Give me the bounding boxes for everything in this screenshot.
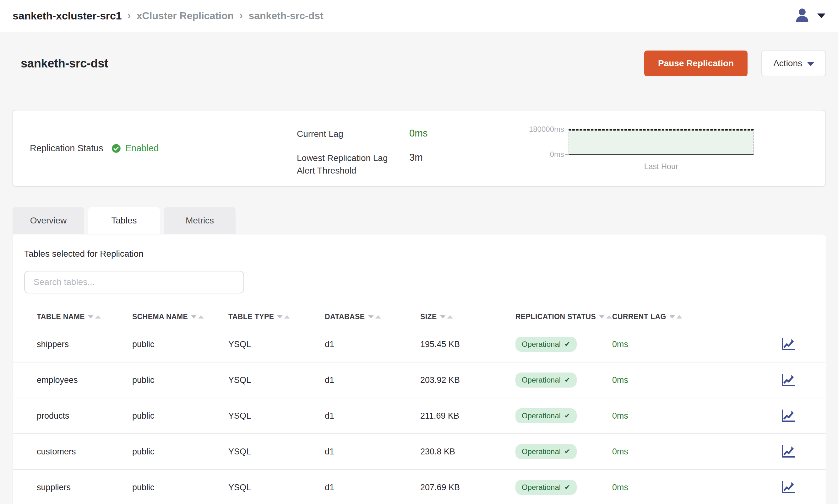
lag-graph-button[interactable]	[780, 408, 797, 424]
chart-x-caption: Last Hour	[569, 162, 754, 171]
header-divider	[780, 0, 780, 32]
cell-table-name: suppliers	[37, 483, 132, 492]
sort-icon	[88, 315, 101, 319]
column-header-table-type[interactable]: TABLE TYPE	[228, 312, 325, 321]
cell-table-name: employees	[37, 375, 132, 385]
sort-icon	[191, 315, 204, 319]
cell-table-type: YSQL	[228, 447, 325, 456]
cell-current-lag: 0ms	[612, 447, 780, 456]
breadcrumb-section[interactable]: xCluster Replication	[137, 10, 234, 22]
page-title: sanketh-src-dst	[21, 57, 108, 70]
column-header-replication-status[interactable]: REPLICATION STATUS	[516, 312, 612, 321]
cell-schema-name: public	[132, 483, 228, 492]
column-header-database[interactable]: DATABASE	[325, 312, 420, 321]
lag-graph-button[interactable]	[780, 337, 797, 352]
cell-size: 230.8 KB	[420, 447, 516, 456]
cell-schema-name: public	[132, 411, 228, 421]
cell-current-lag: 0ms	[612, 375, 780, 385]
chart-ymax-label: 180000ms	[529, 125, 564, 134]
cell-schema-name: public	[132, 447, 228, 456]
cell-table-name: shippers	[37, 340, 132, 349]
lag-graph-button[interactable]	[780, 373, 797, 388]
column-header-schema-name[interactable]: SCHEMA NAME	[132, 312, 228, 321]
cell-database: d1	[325, 411, 420, 421]
axis-tick	[565, 154, 569, 155]
trend-chart-icon	[781, 481, 796, 494]
search-input[interactable]	[24, 271, 244, 293]
table-body: shippers public YSQL d1 195.45 KB Operat…	[13, 327, 826, 504]
chart-ymin-label: 0ms	[550, 150, 564, 159]
check-icon: ✔	[564, 376, 570, 384]
column-header-size[interactable]: SIZE	[420, 312, 516, 321]
status-badge: Operational ✔	[516, 337, 577, 352]
trend-chart-icon	[781, 445, 796, 458]
table-row[interactable]: products public YSQL d1 211.69 KB Operat…	[13, 398, 826, 434]
cell-table-name: products	[37, 411, 132, 421]
replication-status-value: Enabled	[125, 143, 159, 154]
pause-replication-button[interactable]: Pause Replication	[644, 51, 748, 76]
actions-button[interactable]: Actions	[761, 51, 826, 76]
chevron-down-icon	[817, 14, 825, 18]
lag-graph-button[interactable]	[780, 444, 797, 459]
trend-chart-icon	[781, 337, 796, 351]
column-header-table-name[interactable]: TABLE NAME	[37, 312, 132, 321]
cell-database: d1	[325, 340, 420, 349]
breadcrumb-separator-icon: ›	[239, 9, 243, 21]
top-navigation-bar: sanketh-xcluster-src1 › xCluster Replica…	[0, 0, 838, 32]
cell-table-name: customers	[37, 447, 132, 456]
tab-metrics[interactable]: Metrics	[164, 207, 235, 234]
chart-plot-area	[569, 129, 754, 155]
cell-database: d1	[325, 375, 420, 385]
panel-heading: Tables selected for Replication	[13, 234, 826, 259]
table-row[interactable]: employees public YSQL d1 203.92 KB Opera…	[13, 362, 826, 398]
cell-current-lag: 0ms	[612, 411, 780, 421]
status-badge: Operational ✔	[516, 373, 577, 388]
replication-status-label: Replication Status	[30, 143, 103, 154]
trend-chart-icon	[781, 373, 796, 387]
status-badge: Operational ✔	[516, 444, 577, 459]
lag-graph-button[interactable]	[780, 480, 797, 495]
replication-status-card: Replication Status Enabled Current Lag 0…	[12, 110, 826, 187]
sort-icon	[368, 315, 381, 319]
cell-table-type: YSQL	[228, 340, 325, 349]
status-badge: Operational ✔	[516, 408, 577, 424]
check-circle-icon	[111, 144, 121, 153]
column-header-current-lag[interactable]: CURRENT LAG	[612, 312, 780, 321]
breadcrumb-universe[interactable]: sanketh-xcluster-src1	[13, 10, 122, 22]
cell-size: 203.92 KB	[420, 375, 516, 385]
cell-size: 211.69 KB	[420, 411, 516, 421]
tab-tables[interactable]: Tables	[88, 207, 160, 234]
table-row[interactable]: customers public YSQL d1 230.8 KB Operat…	[13, 434, 826, 470]
check-icon: ✔	[564, 483, 570, 491]
current-lag-label: Current Lag	[297, 128, 400, 141]
tab-bar: Overview Tables Metrics	[13, 207, 235, 234]
cell-size: 207.69 KB	[420, 483, 516, 492]
axis-tick	[565, 130, 569, 130]
check-icon: ✔	[564, 412, 570, 420]
sort-icon	[669, 315, 682, 319]
lag-mini-chart: 180000ms 0ms Last Hour	[503, 129, 785, 171]
check-icon: ✔	[564, 340, 570, 348]
cell-current-lag: 0ms	[612, 483, 780, 492]
cell-table-type: YSQL	[228, 375, 325, 385]
table-header-row: TABLE NAME SCHEMA NAME TABLE TYPE DATABA…	[13, 307, 826, 327]
check-icon: ✔	[564, 448, 570, 456]
breadcrumb-separator-icon: ›	[127, 9, 131, 21]
cell-current-lag: 0ms	[612, 340, 780, 349]
tables-panel: Tables selected for Replication TABLE NA…	[13, 234, 826, 504]
tab-overview[interactable]: Overview	[13, 207, 84, 234]
cell-database: d1	[325, 483, 420, 492]
cell-table-type: YSQL	[228, 411, 325, 421]
sort-icon	[599, 315, 612, 319]
user-menu[interactable]	[788, 7, 825, 25]
cell-schema-name: public	[132, 375, 228, 385]
table-row[interactable]: suppliers public YSQL d1 207.69 KB Opera…	[13, 470, 826, 504]
current-lag-value: 0ms	[409, 128, 428, 141]
chevron-down-icon	[807, 62, 814, 66]
cell-schema-name: public	[132, 340, 228, 349]
sort-icon	[440, 315, 453, 319]
user-icon	[794, 7, 810, 25]
table-row[interactable]: shippers public YSQL d1 195.45 KB Operat…	[13, 327, 826, 362]
breadcrumb-current: sanketh-src-dst	[248, 10, 323, 22]
status-badge: Operational ✔	[516, 480, 577, 495]
